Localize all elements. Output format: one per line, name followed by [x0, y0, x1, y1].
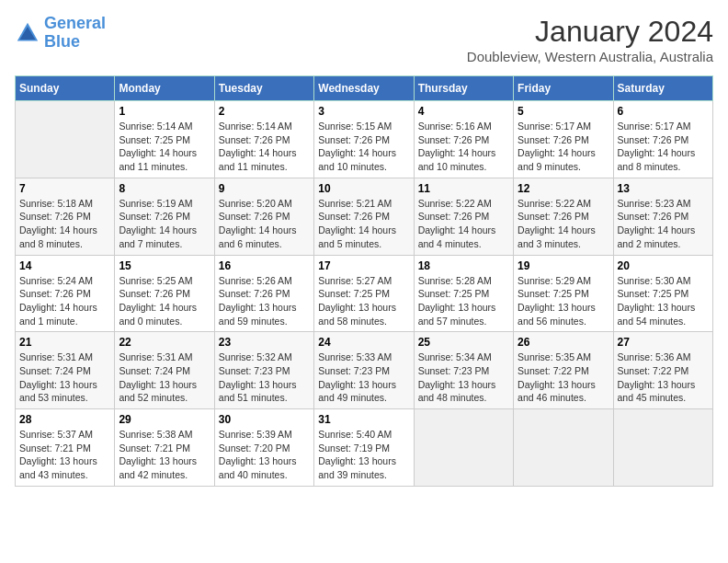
calendar-cell: 27Sunrise: 5:36 AM Sunset: 7:22 PM Dayli… — [613, 332, 712, 409]
calendar-cell: 10Sunrise: 5:21 AM Sunset: 7:26 PM Dayli… — [314, 178, 414, 255]
day-info: Sunrise: 5:24 AM Sunset: 7:26 PM Dayligh… — [19, 274, 110, 328]
calendar-cell: 2Sunrise: 5:14 AM Sunset: 7:26 PM Daylig… — [214, 101, 313, 178]
logo-line1: General — [44, 14, 106, 32]
calendar-cell: 1Sunrise: 5:14 AM Sunset: 7:25 PM Daylig… — [115, 101, 214, 178]
day-number: 28 — [19, 413, 110, 426]
day-number: 17 — [318, 259, 409, 272]
calendar-cell: 28Sunrise: 5:37 AM Sunset: 7:21 PM Dayli… — [16, 409, 115, 487]
day-number: 21 — [19, 336, 110, 349]
calendar-cell: 20Sunrise: 5:30 AM Sunset: 7:25 PM Dayli… — [613, 255, 712, 332]
day-number: 7 — [19, 182, 110, 195]
calendar-cell: 12Sunrise: 5:22 AM Sunset: 7:26 PM Dayli… — [514, 178, 613, 255]
day-number: 2 — [219, 105, 310, 118]
calendar-cell: 17Sunrise: 5:27 AM Sunset: 7:25 PM Dayli… — [314, 255, 414, 332]
day-number: 30 — [219, 413, 310, 426]
day-info: Sunrise: 5:30 AM Sunset: 7:25 PM Dayligh… — [618, 274, 709, 328]
week-row-4: 21Sunrise: 5:31 AM Sunset: 7:24 PM Dayli… — [16, 332, 713, 409]
day-info: Sunrise: 5:18 AM Sunset: 7:26 PM Dayligh… — [19, 197, 110, 251]
day-info: Sunrise: 5:28 AM Sunset: 7:25 PM Dayligh… — [418, 274, 509, 328]
day-number: 18 — [418, 259, 509, 272]
day-number: 10 — [318, 182, 409, 195]
week-row-5: 28Sunrise: 5:37 AM Sunset: 7:21 PM Dayli… — [16, 409, 713, 487]
calendar-cell — [414, 409, 513, 487]
calendar-cell: 15Sunrise: 5:25 AM Sunset: 7:26 PM Dayli… — [115, 255, 214, 332]
calendar-cell: 14Sunrise: 5:24 AM Sunset: 7:26 PM Dayli… — [16, 255, 115, 332]
day-info: Sunrise: 5:31 AM Sunset: 7:24 PM Dayligh… — [19, 350, 110, 405]
day-number: 19 — [518, 259, 609, 272]
logo-line2: Blue — [44, 32, 80, 51]
day-info: Sunrise: 5:25 AM Sunset: 7:26 PM Dayligh… — [119, 274, 210, 328]
calendar-cell: 29Sunrise: 5:38 AM Sunset: 7:21 PM Dayli… — [115, 409, 214, 487]
day-info: Sunrise: 5:14 AM Sunset: 7:26 PM Dayligh… — [219, 120, 310, 174]
day-number: 5 — [518, 105, 609, 118]
week-row-1: 1Sunrise: 5:14 AM Sunset: 7:25 PM Daylig… — [16, 101, 713, 178]
day-number: 11 — [418, 182, 509, 195]
day-info: Sunrise: 5:34 AM Sunset: 7:23 PM Dayligh… — [418, 350, 509, 405]
calendar-table: SundayMondayTuesdayWednesdayThursdayFrid… — [15, 75, 713, 487]
day-number: 4 — [418, 105, 509, 118]
calendar-cell: 8Sunrise: 5:19 AM Sunset: 7:26 PM Daylig… — [115, 178, 214, 255]
header-cell-friday: Friday — [514, 76, 613, 101]
day-info: Sunrise: 5:35 AM Sunset: 7:22 PM Dayligh… — [518, 350, 609, 405]
calendar-cell — [16, 101, 115, 178]
calendar-cell: 9Sunrise: 5:20 AM Sunset: 7:26 PM Daylig… — [214, 178, 313, 255]
calendar-cell: 18Sunrise: 5:28 AM Sunset: 7:25 PM Dayli… — [414, 255, 513, 332]
calendar-cell: 31Sunrise: 5:40 AM Sunset: 7:19 PM Dayli… — [314, 409, 414, 487]
day-number: 8 — [119, 182, 210, 195]
calendar-cell: 16Sunrise: 5:26 AM Sunset: 7:26 PM Dayli… — [214, 255, 313, 332]
page-header: General Blue January 2024 Doubleview, We… — [15, 15, 713, 64]
header-cell-sunday: Sunday — [16, 76, 115, 101]
month-title: January 2024 — [467, 15, 713, 49]
day-number: 26 — [518, 336, 609, 349]
day-number: 12 — [518, 182, 609, 195]
day-info: Sunrise: 5:17 AM Sunset: 7:26 PM Dayligh… — [518, 120, 609, 174]
day-info: Sunrise: 5:27 AM Sunset: 7:25 PM Dayligh… — [318, 274, 409, 328]
calendar-cell: 19Sunrise: 5:29 AM Sunset: 7:25 PM Dayli… — [514, 255, 613, 332]
calendar-cell: 11Sunrise: 5:22 AM Sunset: 7:26 PM Dayli… — [414, 178, 513, 255]
day-info: Sunrise: 5:33 AM Sunset: 7:23 PM Dayligh… — [318, 350, 409, 405]
calendar-cell: 22Sunrise: 5:31 AM Sunset: 7:24 PM Dayli… — [115, 332, 214, 409]
header-cell-wednesday: Wednesday — [314, 76, 414, 101]
calendar-cell: 30Sunrise: 5:39 AM Sunset: 7:20 PM Dayli… — [214, 409, 313, 487]
day-info: Sunrise: 5:23 AM Sunset: 7:26 PM Dayligh… — [618, 197, 709, 251]
day-info: Sunrise: 5:16 AM Sunset: 7:26 PM Dayligh… — [418, 120, 509, 174]
day-number: 3 — [318, 105, 409, 118]
calendar-cell: 5Sunrise: 5:17 AM Sunset: 7:26 PM Daylig… — [514, 101, 613, 178]
header-row: SundayMondayTuesdayWednesdayThursdayFrid… — [16, 76, 713, 101]
calendar-cell — [613, 409, 712, 487]
day-number: 23 — [219, 336, 310, 349]
day-info: Sunrise: 5:40 AM Sunset: 7:19 PM Dayligh… — [318, 428, 409, 482]
day-info: Sunrise: 5:36 AM Sunset: 7:22 PM Dayligh… — [618, 350, 709, 405]
week-row-3: 14Sunrise: 5:24 AM Sunset: 7:26 PM Dayli… — [16, 255, 713, 332]
day-info: Sunrise: 5:17 AM Sunset: 7:26 PM Dayligh… — [618, 120, 709, 174]
calendar-cell: 21Sunrise: 5:31 AM Sunset: 7:24 PM Dayli… — [16, 332, 115, 409]
day-number: 14 — [19, 259, 110, 272]
calendar-cell: 3Sunrise: 5:15 AM Sunset: 7:26 PM Daylig… — [314, 101, 414, 178]
day-info: Sunrise: 5:20 AM Sunset: 7:26 PM Dayligh… — [219, 197, 310, 251]
header-cell-thursday: Thursday — [414, 76, 513, 101]
calendar-cell: 25Sunrise: 5:34 AM Sunset: 7:23 PM Dayli… — [414, 332, 513, 409]
day-info: Sunrise: 5:29 AM Sunset: 7:25 PM Dayligh… — [518, 274, 609, 328]
day-info: Sunrise: 5:39 AM Sunset: 7:20 PM Dayligh… — [219, 428, 310, 482]
day-info: Sunrise: 5:31 AM Sunset: 7:24 PM Dayligh… — [119, 350, 210, 405]
day-info: Sunrise: 5:22 AM Sunset: 7:26 PM Dayligh… — [518, 197, 609, 251]
title-block: January 2024 Doubleview, Western Austral… — [467, 15, 713, 64]
calendar-cell: 26Sunrise: 5:35 AM Sunset: 7:22 PM Dayli… — [514, 332, 613, 409]
day-number: 15 — [119, 259, 210, 272]
header-cell-monday: Monday — [115, 76, 214, 101]
day-number: 27 — [618, 336, 709, 349]
day-info: Sunrise: 5:19 AM Sunset: 7:26 PM Dayligh… — [119, 197, 210, 251]
day-number: 25 — [418, 336, 509, 349]
day-info: Sunrise: 5:15 AM Sunset: 7:26 PM Dayligh… — [318, 120, 409, 174]
day-number: 31 — [318, 413, 409, 426]
week-row-2: 7Sunrise: 5:18 AM Sunset: 7:26 PM Daylig… — [16, 178, 713, 255]
calendar-cell: 4Sunrise: 5:16 AM Sunset: 7:26 PM Daylig… — [414, 101, 513, 178]
calendar-cell: 24Sunrise: 5:33 AM Sunset: 7:23 PM Dayli… — [314, 332, 414, 409]
day-info: Sunrise: 5:22 AM Sunset: 7:26 PM Dayligh… — [418, 197, 509, 251]
logo-text: General Blue — [44, 15, 106, 52]
calendar-cell: 23Sunrise: 5:32 AM Sunset: 7:23 PM Dayli… — [214, 332, 313, 409]
header-cell-saturday: Saturday — [613, 76, 712, 101]
header-cell-tuesday: Tuesday — [214, 76, 313, 101]
calendar-cell: 13Sunrise: 5:23 AM Sunset: 7:26 PM Dayli… — [613, 178, 712, 255]
day-number: 22 — [119, 336, 210, 349]
